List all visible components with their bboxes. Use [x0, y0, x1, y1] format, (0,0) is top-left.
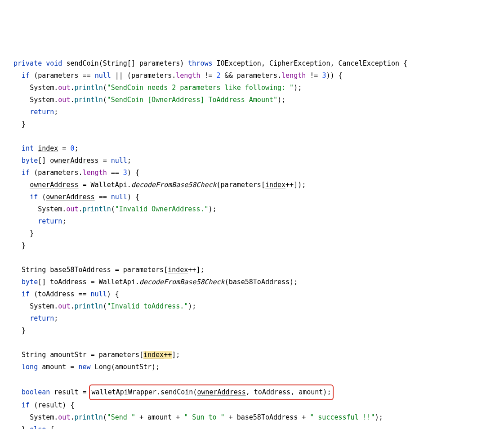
text: } — [22, 326, 26, 335]
line: } — [13, 120, 26, 128]
keyword: return — [30, 108, 54, 116]
number: 3 — [123, 169, 127, 177]
var: ownerAddress — [197, 388, 245, 396]
line: } — [13, 229, 34, 237]
text: ; — [54, 108, 58, 116]
text: == — [107, 169, 123, 177]
line: if (result) { — [13, 401, 74, 409]
keyword: if — [22, 401, 30, 409]
text: ]; — [172, 351, 180, 359]
text: )) { — [326, 72, 342, 80]
text: [] toAddress = WalletApi. — [38, 278, 139, 286]
text: ( — [103, 302, 107, 310]
line: return; — [13, 314, 58, 322]
field: length — [83, 169, 107, 177]
line: if (parameters == null || (parameters.le… — [13, 72, 343, 80]
keyword: null — [111, 193, 127, 201]
text: ( — [38, 193, 46, 201]
text: ); — [294, 84, 302, 92]
text: ; — [62, 217, 66, 225]
text: , toAddress, amount); — [246, 388, 331, 396]
line: if (toAddress == null) { — [13, 290, 119, 298]
highlighted-call-box: walletApiWrapper.sendCoin(ownerAddress, … — [89, 384, 334, 400]
code-block: private void sendCoin(String[] parameter… — [13, 58, 491, 429]
text: . — [79, 205, 83, 213]
var: ownerAddress — [46, 193, 94, 201]
line: long amount = new Long(amountStr); — [13, 363, 160, 371]
text: System. — [30, 302, 58, 310]
text: (parameters[ — [217, 181, 265, 189]
text: (String[] parameters) — [99, 59, 184, 67]
line: if (ownerAddress == null) { — [13, 193, 139, 201]
line: } — [13, 326, 26, 335]
keyword: return — [30, 314, 54, 322]
line: System.out.println("Send " + amount + " … — [13, 413, 383, 421]
text: != — [200, 72, 216, 80]
keyword: if — [22, 290, 30, 298]
keyword: void — [46, 59, 62, 67]
text: ) { — [127, 193, 139, 201]
line: byte[] ownerAddress = null; — [13, 156, 131, 165]
field: out — [58, 413, 70, 421]
string: " successful !!" — [310, 413, 375, 421]
text: ) { — [127, 169, 139, 177]
text: ( — [111, 205, 115, 213]
text: = — [99, 156, 111, 165]
field: length — [176, 72, 200, 80]
field: out — [58, 96, 70, 104]
keyword: null — [95, 72, 111, 80]
keyword: if — [22, 72, 30, 80]
line: System.out.println("SendCoin [OwnerAddre… — [13, 96, 285, 104]
keyword: boolean — [22, 388, 50, 396]
line: } else { — [13, 425, 54, 429]
text: Long(amountStr); — [91, 363, 160, 371]
text: ); — [188, 302, 196, 310]
text: && parameters. — [221, 72, 281, 80]
string: "SendCoin needs 2 parameters like follow… — [107, 84, 294, 92]
text: ; — [74, 144, 78, 152]
text: } — [22, 241, 26, 250]
text: + amount + — [135, 413, 184, 421]
text: System. — [38, 205, 66, 213]
keyword: if — [22, 169, 30, 177]
text: } — [22, 120, 26, 128]
line: if (parameters.length == 3) { — [13, 169, 139, 177]
keyword: int — [22, 144, 34, 152]
field: out — [58, 302, 70, 310]
string: "Invalid OwnerAddress." — [115, 205, 209, 213]
string: "Invalid toAddress." — [107, 302, 188, 310]
text: ); — [209, 205, 217, 213]
highlight: index++ — [143, 351, 172, 359]
number: 2 — [217, 72, 221, 80]
string: " Sun to " — [184, 413, 224, 421]
text: ( — [103, 96, 107, 104]
field: out — [66, 205, 78, 213]
text: System. — [30, 96, 58, 104]
line: System.out.println("Invalid toAddress.")… — [13, 302, 196, 310]
line: String amountStr = parameters[index++]; — [13, 351, 180, 359]
text: String amountStr = parameters[ — [22, 351, 143, 359]
line: } — [13, 241, 26, 250]
text: ( — [103, 413, 107, 421]
line: System.out.println("Invalid OwnerAddress… — [13, 205, 217, 213]
text: ; — [54, 314, 58, 322]
method: println — [74, 84, 103, 92]
keyword: new — [79, 363, 91, 371]
line: return; — [13, 217, 66, 225]
line: return; — [13, 108, 58, 116]
static-method: decodeFromBase58Check — [139, 278, 225, 286]
text: ( — [103, 84, 107, 92]
text: ; — [127, 156, 131, 165]
text: walletApiWrapper.sendCoin( — [92, 388, 197, 396]
text: { — [46, 425, 54, 429]
text: ++]; — [188, 266, 204, 274]
field: length — [281, 72, 306, 80]
text: (toAddress == — [30, 290, 90, 298]
text: [] — [38, 156, 50, 165]
var: index — [265, 181, 285, 189]
var: ownerAddress — [30, 181, 78, 189]
text: IOException, CipherException, CancelExce… — [217, 59, 407, 67]
text: System. — [30, 84, 58, 92]
keyword: return — [38, 217, 62, 225]
keyword: private — [13, 59, 42, 67]
